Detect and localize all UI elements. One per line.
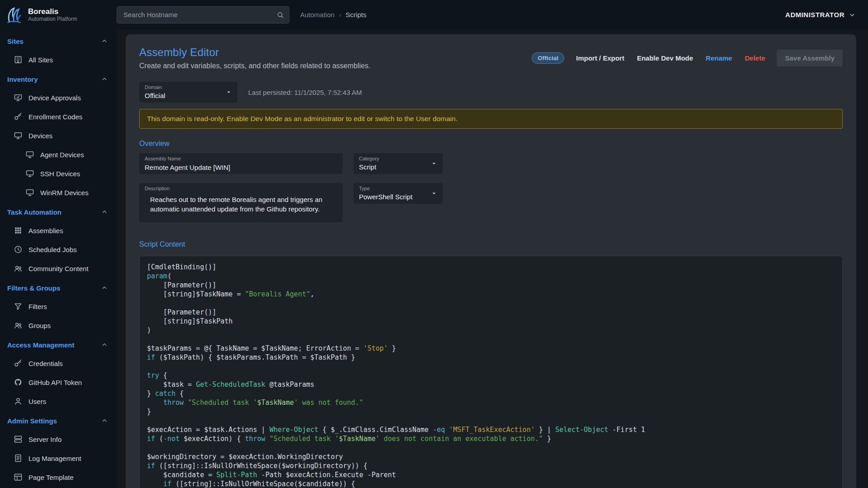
code-line: if ([string]::IsNullOrWhiteSpace($workin…: [147, 461, 835, 470]
chevron-up-icon: [100, 37, 108, 45]
sidebar-item-label: Community Content: [28, 265, 89, 272]
sidebar-item-label: Credentials: [28, 360, 63, 367]
sidebar-item-label: Log Management: [28, 455, 81, 462]
sidebar-item-devices[interactable]: Devices: [0, 126, 117, 145]
sidebar-item-winrm-devices[interactable]: WinRM Devices: [0, 183, 117, 202]
sidebar-item-ssh-devices[interactable]: SSH Devices: [0, 164, 117, 183]
code-line: ): [147, 326, 835, 335]
sidebar-item-label: Page Template: [28, 474, 74, 481]
sidebar-item-scheduled-jobs[interactable]: Scheduled Jobs: [0, 240, 117, 259]
domain-select[interactable]: Domain Official: [139, 82, 237, 103]
brand-tagline: Automation Platform: [28, 16, 77, 22]
code-line: [string]$TaskName = "Borealis Agent",: [147, 290, 835, 299]
groups-icon: [14, 321, 23, 330]
sidebar-item-label: Assemblies: [28, 227, 63, 235]
code-line: $candidate = Split-Path -Path $execActio…: [147, 470, 835, 479]
code-line: [CmdletBinding()]: [147, 263, 835, 272]
sidebar-item-log-management[interactable]: Log Management: [0, 449, 117, 468]
sidebar-item-device-approvals[interactable]: Device Approvals: [0, 88, 117, 107]
key-icon: [14, 112, 23, 121]
rename-button[interactable]: Rename: [705, 52, 733, 65]
delete-button[interactable]: Delete: [744, 52, 766, 65]
sidebar-item-all-sites[interactable]: All Sites: [0, 50, 117, 69]
sidebar-item-filters[interactable]: Filters: [0, 297, 117, 316]
user-icon: [14, 397, 23, 406]
enable-dev-mode-button[interactable]: Enable Dev Mode: [636, 52, 694, 65]
sidebar-item-agent-devices[interactable]: Agent Devices: [0, 145, 117, 164]
official-badge[interactable]: Official: [532, 52, 564, 64]
sidebar-item-github-api-token[interactable]: GitHub API Token: [0, 373, 117, 392]
code-line: $workingDirectory = $execAction.WorkingD…: [147, 452, 835, 461]
overview-section-label: Overview: [139, 140, 843, 148]
section-label: Task Automation: [7, 208, 61, 216]
code-line: [147, 362, 835, 371]
sidebar-item-label: Agent Devices: [40, 151, 84, 159]
sidebar-section-filters-groups[interactable]: Filters & Groups: [0, 279, 117, 297]
search-icon: [276, 11, 284, 19]
code-line: [147, 443, 835, 452]
people-icon: [14, 264, 23, 273]
sidebar-item-server-info[interactable]: Server Info: [0, 430, 117, 449]
brand[interactable]: Borealis Automation Platform: [0, 5, 117, 24]
topbar: Borealis Automation Platform Automation …: [0, 0, 868, 29]
breadcrumb-item-scripts[interactable]: Scripts: [346, 11, 367, 19]
code-line: try {: [147, 371, 835, 380]
panel-header: Assembly Editor Create and edit variable…: [139, 46, 843, 70]
sidebar-item-page-template[interactable]: Page Template: [0, 468, 117, 487]
template-icon: [14, 473, 23, 482]
sidebar-section-sites[interactable]: Sites: [0, 32, 117, 50]
category-select[interactable]: Category Script: [354, 153, 443, 174]
script-code: [CmdletBinding()]param( [Parameter()] [s…: [147, 263, 835, 488]
devices-icon: [14, 131, 23, 140]
sidebar-item-groups[interactable]: Groups: [0, 316, 117, 335]
key-icon: [14, 359, 23, 368]
code-line: } catch {: [147, 389, 835, 398]
sidebar-item-enrollment-codes[interactable]: Enrollment Codes: [0, 107, 117, 126]
sidebar-item-label: Filters: [28, 303, 47, 310]
sidebar-section-access-management[interactable]: Access Management: [0, 336, 117, 354]
section-label: Access Management: [7, 341, 74, 349]
user-menu[interactable]: ADMINISTRATOR: [785, 11, 856, 19]
devices-icon: [25, 188, 34, 197]
sidebar-section-task-automation[interactable]: Task Automation: [0, 203, 117, 221]
sidebar-section-admin-settings[interactable]: Admin Settings: [0, 412, 117, 430]
section-label: Filters & Groups: [7, 284, 61, 292]
sidebar-item-users[interactable]: Users: [0, 392, 117, 411]
code-line: if ($TaskPath) { $taskParams.TaskPath = …: [147, 353, 835, 362]
sidebar-item-assemblies[interactable]: Assemblies: [0, 221, 117, 240]
page-title: Assembly Editor: [139, 46, 370, 59]
type-select[interactable]: Type PowerShell Script: [354, 183, 443, 204]
sidebar-item-label: WinRM Devices: [40, 189, 89, 197]
borealis-logo: [5, 5, 24, 24]
assembly-name-label: Assembly Name: [145, 156, 181, 161]
search-input[interactable]: [123, 10, 276, 19]
script-content-section-label: Script Content: [139, 240, 843, 249]
code-line: }: [147, 407, 835, 416]
description-field[interactable]: Description Reaches out to the remote Bo…: [139, 183, 343, 222]
domain-select-value: Official: [145, 92, 165, 99]
section-label: Sites: [7, 38, 24, 45]
chevron-up-icon: [100, 284, 108, 292]
domain-select-label: Domain: [145, 84, 162, 90]
last-persisted-text: Last persisted: 11/1/2025, 7:52:43 AM: [248, 89, 362, 96]
save-assembly-button[interactable]: Save Assembly: [777, 50, 843, 66]
breadcrumb-item-automation[interactable]: Automation: [300, 11, 335, 19]
chevron-up-icon: [100, 75, 108, 83]
user-menu-label: ADMINISTRATOR: [785, 11, 844, 19]
sidebar-section-inventory[interactable]: Inventory: [0, 70, 117, 88]
sidebar-item-credentials[interactable]: Credentials: [0, 354, 117, 373]
readonly-warning-banner: This domain is read-only. Enable Dev Mod…: [139, 109, 843, 129]
sidebar: SitesAll SitesInventoryDevice ApprovalsE…: [0, 29, 117, 488]
main-content: Assembly Editor Create and edit variable…: [117, 29, 868, 488]
page-subtitle: Create and edit variables, scripts, and …: [139, 62, 370, 70]
server-icon: [14, 435, 23, 444]
sidebar-item-community-content[interactable]: Community Content: [0, 259, 117, 278]
caret-down-icon: [225, 88, 233, 96]
brand-text: Borealis Automation Platform: [28, 7, 77, 22]
import-export-button[interactable]: Import / Export: [575, 52, 625, 65]
search-box[interactable]: [117, 6, 289, 23]
breadcrumb: Automation › Scripts: [300, 11, 366, 19]
assembly-name-field[interactable]: Assembly Name: [139, 153, 343, 174]
script-editor[interactable]: [CmdletBinding()]param( [Parameter()] [s…: [139, 256, 843, 488]
type-select-label: Type: [359, 186, 370, 191]
